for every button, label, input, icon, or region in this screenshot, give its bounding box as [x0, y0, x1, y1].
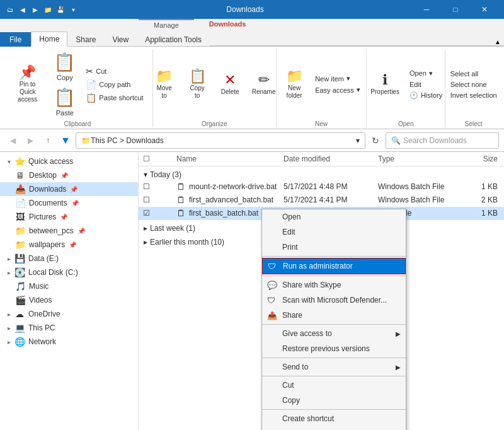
paste-button[interactable]: 📋 Paste: [49, 84, 81, 119]
close-button[interactable]: ✕: [470, 0, 499, 19]
sidebar-item-datae[interactable]: ▸ 💾 Data (E:): [0, 252, 138, 265]
cm-run-as-admin[interactable]: 🛡 Run as administrator: [262, 258, 406, 274]
easy-access-button[interactable]: Easy access ▾: [311, 84, 364, 95]
cut-button[interactable]: ✂ Cut: [82, 65, 147, 78]
address-path-value: This PC > Downloads: [91, 136, 164, 145]
folder-quick-icon[interactable]: 📁: [43, 4, 53, 15]
copy-to-icon: 📋: [189, 69, 206, 83]
tab-apptools[interactable]: Application Tools: [137, 32, 210, 47]
header-name[interactable]: Name: [154, 154, 284, 163]
up-button[interactable]: ↑: [40, 133, 55, 148]
back-quick-icon[interactable]: ◀: [18, 4, 28, 15]
window-title: Downloads: [78, 5, 412, 14]
tab-share[interactable]: Share: [67, 32, 104, 47]
header-checkbox[interactable]: ☐: [139, 154, 154, 163]
new-small-group: New item ▾ Easy access ▾: [311, 73, 364, 95]
edit-button[interactable]: Edit: [406, 79, 446, 90]
sidebar-item-downloads[interactable]: 📥 Downloads 📌: [0, 182, 138, 196]
header-date[interactable]: Date modified: [284, 154, 378, 163]
properties-button[interactable]: ℹ Properties: [365, 71, 404, 98]
copy-button[interactable]: 📋 Copy: [49, 49, 81, 84]
paste-shortcut-button[interactable]: 📋 Paste shortcut: [82, 91, 147, 104]
cm-create-shortcut[interactable]: Create shortcut: [262, 411, 406, 426]
select-none-button[interactable]: Select none: [447, 79, 501, 90]
sidebar-item-documents[interactable]: 📄 Documents 📌: [0, 196, 138, 210]
sidebar-item-desktop[interactable]: 🖥 Desktop 📌: [0, 168, 138, 182]
cm-share-skype[interactable]: 💬 Share with Skype: [262, 277, 406, 293]
search-box[interactable]: 🔍 Search Downloads: [386, 132, 499, 149]
cm-copy[interactable]: Copy: [262, 393, 406, 408]
sidebar-item-pictures[interactable]: 🖼 Pictures 📌: [0, 210, 138, 224]
header-size[interactable]: Size: [466, 154, 504, 163]
minimize-button[interactable]: ─: [412, 0, 441, 19]
network-icon: 🌐: [14, 337, 25, 347]
ribbon-group-organize: 📁 Move to 📋 Copy to ✕ Delete ✏ Rename Or…: [153, 49, 277, 127]
sidebar-item-localc[interactable]: ▸ 💽 Local Disk (C:): [0, 265, 138, 279]
cm-edit[interactable]: Edit: [262, 224, 406, 240]
filename-advanced: first_advanced_batch.bat: [189, 195, 273, 204]
sidebar-label-documents: Documents: [29, 199, 67, 207]
forward-button[interactable]: ▶: [23, 133, 38, 148]
tab-file[interactable]: File: [0, 32, 31, 47]
properties-icon: ℹ: [382, 73, 387, 87]
copy-to-button[interactable]: 📋 Copy to: [181, 67, 213, 102]
sidebar-item-music[interactable]: 🎵 Music: [0, 279, 138, 293]
cm-delete[interactable]: Delete: [262, 426, 406, 430]
open-label: Open: [398, 120, 413, 127]
new-folder-button[interactable]: 📁 New folder: [278, 67, 310, 102]
save-quick-icon[interactable]: 💾: [55, 4, 66, 15]
sidebar-item-onedrive[interactable]: ▸ ☁ OneDrive: [0, 307, 138, 321]
cm-restore-versions[interactable]: Restore previous versions: [262, 341, 406, 356]
file-row-advanced[interactable]: ☐ 🗒 first_advanced_batch.bat 5/17/2021 4…: [139, 194, 504, 207]
search-placeholder: Search Downloads: [403, 136, 467, 145]
new-item-button[interactable]: New item ▾: [311, 73, 364, 84]
sidebar-item-quickaccess[interactable]: ▾ ⭐ Quick access: [0, 154, 138, 168]
clipboard-content: 📌 Pin to Quick access 📋 Copy 📋 Paste ✂ C…: [8, 49, 147, 119]
cm-sep1: [262, 256, 406, 257]
cm-scan-defender[interactable]: 🛡 Scan with Microsoft Defender...: [262, 293, 406, 308]
app-icon: 🗂: [5, 4, 15, 15]
cm-open[interactable]: Open: [262, 209, 406, 224]
refresh-button[interactable]: ↻: [368, 133, 383, 148]
pin-icon-desktop: 📌: [60, 172, 68, 179]
manage-context-tab[interactable]: Manage: [139, 19, 194, 30]
sidebar-item-betweenpcs[interactable]: 📁 between_pcs 📌: [0, 224, 138, 238]
address-path[interactable]: 📁 This PC > Downloads ▾: [76, 132, 365, 149]
invert-selection-button[interactable]: Invert selection: [447, 90, 501, 100]
rename-button[interactable]: ✏ Rename: [247, 71, 280, 98]
tab-home[interactable]: Home: [31, 32, 67, 47]
sidebar-item-network[interactable]: ▸ 🌐 Network: [0, 335, 138, 349]
copy-path-button[interactable]: 📄 Copy path: [82, 78, 147, 91]
select-all-button[interactable]: Select all: [447, 69, 501, 79]
ribbon-group-open: ℹ Properties Open ▾ Edit 🕐 History Open: [367, 49, 445, 127]
downloads-context-tab[interactable]: Downloads: [194, 19, 261, 30]
forward-quick-icon[interactable]: ▶: [30, 4, 40, 15]
delete-button[interactable]: ✕ Delete: [214, 71, 246, 98]
history-button[interactable]: 🕐 History: [406, 90, 446, 101]
maximize-button[interactable]: □: [441, 0, 470, 19]
back-button[interactable]: ◀: [5, 133, 20, 148]
cm-send-to[interactable]: Send to ▶: [262, 359, 406, 375]
tab-view[interactable]: View: [104, 32, 137, 47]
move-to-button[interactable]: 📁 Move to: [148, 67, 180, 102]
file-row-mount[interactable]: ☐ 🗒 mount-z-network-drive.bat 5/17/2021 …: [139, 180, 504, 194]
checkbox-basic[interactable]: ☑: [139, 209, 154, 218]
cm-sep5: [262, 376, 406, 376]
open-small-group: Open ▾ Edit 🕐 History: [406, 68, 446, 101]
cm-cut[interactable]: Cut: [262, 378, 406, 393]
sidebar-item-wallpapers[interactable]: 📁 wallpapers 📌: [0, 238, 138, 252]
pin-quick-access-button[interactable]: 📌 Pin to Quick access: [8, 63, 47, 106]
customize-quick-icon[interactable]: ▾: [68, 4, 78, 15]
checkbox-mount[interactable]: ☐: [139, 182, 154, 191]
ribbon-collapse-btn[interactable]: ▲: [491, 38, 504, 46]
file-list-header: ☐ Name Date modified Type Size: [139, 152, 504, 166]
cm-print[interactable]: Print: [262, 240, 406, 255]
checkbox-advanced[interactable]: ☐: [139, 195, 154, 204]
sidebar-item-videos[interactable]: 🎬 Videos: [0, 293, 138, 307]
cm-share[interactable]: 📤 Share: [262, 308, 406, 323]
sidebar-item-thispc[interactable]: ▸ 💻 This PC: [0, 321, 138, 335]
header-type[interactable]: Type: [378, 154, 466, 163]
cm-give-access[interactable]: Give access to ▶: [262, 326, 406, 341]
open-button[interactable]: Open ▾: [406, 68, 446, 79]
group-today[interactable]: ▾ Today (3): [139, 166, 504, 180]
